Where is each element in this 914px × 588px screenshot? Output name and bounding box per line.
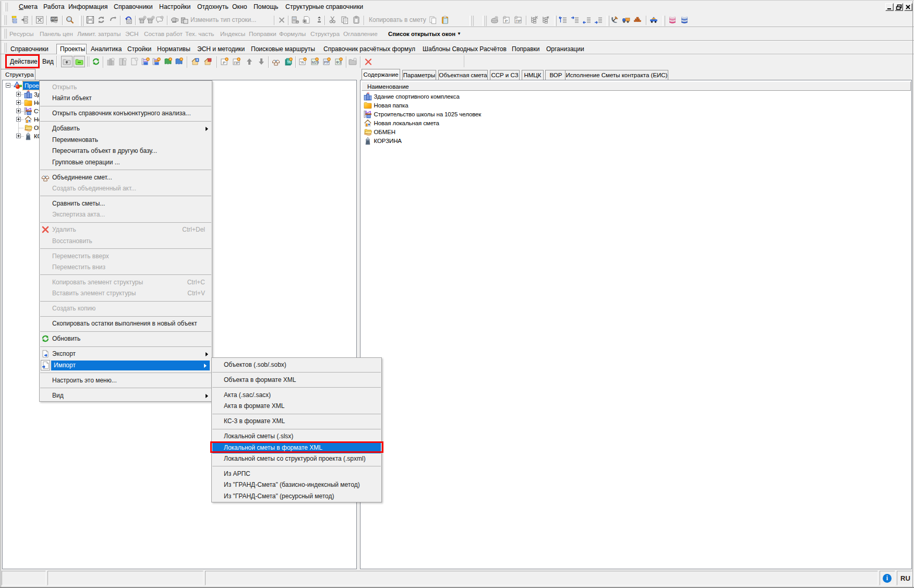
svg-text:P: P [223,61,225,65]
svg-text:PDF: PDF [51,17,58,21]
svg-text:ПР: ПР [516,19,521,23]
svg-text:М29: М29 [312,61,319,64]
svg-text:%: % [300,60,304,65]
svg-text:ПР: ПР [234,61,239,65]
svg-text:P: P [505,19,508,23]
